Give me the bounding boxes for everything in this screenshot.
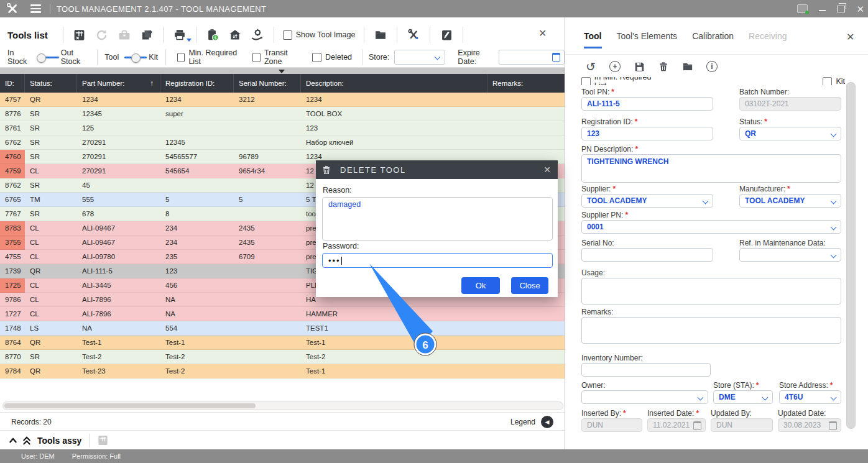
tool-kit-toggle[interactable] <box>124 53 143 62</box>
column-header[interactable]: Remarks: <box>487 74 565 93</box>
table-cell: 6762 <box>0 135 25 150</box>
deleted-checkbox[interactable]: Deleted <box>312 53 352 62</box>
toolbox-icon[interactable] <box>115 26 134 44</box>
column-header[interactable]: Description: <box>301 74 487 93</box>
close-window-icon[interactable]: ✕ <box>856 4 864 14</box>
service-tools-icon[interactable] <box>404 26 423 44</box>
export-table-icon[interactable] <box>70 26 89 44</box>
stock-toggle[interactable] <box>37 53 55 62</box>
password-label: Password: <box>323 242 359 250</box>
serial-no-input[interactable] <box>581 248 713 262</box>
collapse-all-up-icon[interactable] <box>21 435 32 446</box>
show-tool-image-checkbox[interactable]: Show Tool Image <box>283 30 356 40</box>
assy-table-icon[interactable] <box>97 434 109 446</box>
tab-calibration[interactable]: Calibration <box>692 31 734 47</box>
owner-select[interactable] <box>581 390 708 404</box>
print-dropdown-caret-icon[interactable] <box>187 39 192 42</box>
column-header[interactable]: ID: <box>0 74 25 93</box>
panel-scrollbar[interactable] <box>846 82 856 429</box>
table-row[interactable]: 8764QRTest-1Test-1Test-1 <box>0 336 565 350</box>
min-required-checkbox[interactable]: Min. Required List <box>177 48 241 66</box>
restore-icon[interactable] <box>837 6 845 12</box>
updated-date-input: 30.08.2023 <box>778 418 841 432</box>
table-row[interactable]: 1748LSNA554TEST1 <box>0 321 565 336</box>
supplier-select[interactable]: TOOL ACADEMY <box>581 194 713 208</box>
edit-icon[interactable] <box>437 26 456 44</box>
copy-move-icon[interactable] <box>137 26 156 44</box>
ref-maintenance-select[interactable] <box>739 248 841 262</box>
manufacturer-select[interactable]: TOOL ACADEMY <box>739 194 841 208</box>
refresh-icon[interactable] <box>93 26 111 44</box>
add-icon[interactable]: + <box>608 60 622 73</box>
transit-zone-checkbox[interactable]: Transit Zone <box>252 48 300 66</box>
ok-button[interactable]: Ok <box>461 277 500 294</box>
store-address-select[interactable]: 4T6U <box>779 390 841 404</box>
table-row[interactable]: 8770SRTest-2Test-2Test-2 <box>0 350 565 364</box>
inventory-number-input[interactable] <box>581 363 711 377</box>
undo-icon[interactable]: ↺ <box>584 60 598 73</box>
table-cell <box>234 207 301 221</box>
tab-receiving[interactable]: Receiving <box>749 31 787 47</box>
password-input[interactable]: ••• <box>322 253 553 268</box>
table-cell: NA <box>77 321 160 336</box>
table-cell <box>234 121 301 135</box>
app-window-badge-icon[interactable] <box>797 4 808 13</box>
in-min-required-checkbox[interactable]: In Min. Required List <box>581 77 664 85</box>
tool-pn-input[interactable]: ALI-111-5 <box>581 97 713 111</box>
info-icon[interactable]: i <box>705 60 719 73</box>
table-row[interactable]: 8776SR12345superTOOL BOX <box>0 107 565 121</box>
table-cell: QR <box>25 336 77 350</box>
remarks-textarea[interactable] <box>581 317 841 344</box>
collapse-up-icon[interactable] <box>7 435 19 446</box>
kit-checkbox[interactable]: Kit <box>823 77 845 85</box>
table-cell <box>234 135 301 150</box>
dialog-close-icon[interactable]: ✕ <box>543 165 551 175</box>
table-row[interactable]: 4757QR1234123432121234 <box>0 93 565 107</box>
delete-icon[interactable] <box>657 60 670 73</box>
table-cell <box>487 336 565 350</box>
horizontal-scrollbar[interactable] <box>2 401 563 410</box>
scrollbar-thumb[interactable] <box>4 403 256 408</box>
table-row[interactable]: 1727CLALI-7896NAHAMMER <box>0 307 565 321</box>
close-button[interactable]: Close <box>511 277 548 294</box>
tab-tools-elements[interactable]: Tool's Elements <box>617 31 678 47</box>
column-header[interactable]: Serial Number: <box>234 74 301 93</box>
usage-textarea[interactable] <box>581 278 841 305</box>
print-icon[interactable] <box>170 26 189 44</box>
column-header[interactable]: Registration ID: <box>160 74 234 93</box>
table-row[interactable]: 8761SR125123 <box>0 121 565 135</box>
inserted-date-input: 11.02.2021 <box>647 418 706 432</box>
legend-toggle-icon[interactable]: ◀ <box>541 416 553 428</box>
reason-textarea[interactable]: damaged <box>322 197 553 241</box>
store-select[interactable] <box>394 50 445 65</box>
table-cell: ALI-09467 <box>77 221 160 236</box>
status-select[interactable]: QR <box>739 127 841 140</box>
hand-gear-icon[interactable] <box>248 26 267 44</box>
minimize-icon[interactable] <box>819 10 826 11</box>
records-count: Records: 20 <box>11 418 52 426</box>
save-icon[interactable] <box>632 60 646 73</box>
close-panel-icon[interactable]: ✕ <box>846 31 854 43</box>
store-sta-select[interactable]: DME <box>713 390 773 404</box>
close-tools-list-icon[interactable]: ✕ <box>538 27 547 39</box>
column-header[interactable]: Part Number:↑ <box>77 74 160 93</box>
tab-tool[interactable]: Tool <box>584 31 602 48</box>
table-cell: 1234 <box>77 93 160 107</box>
collapse-caret-icon <box>279 70 285 73</box>
pn-description-textarea[interactable]: TIGHTENING WRENCH <box>581 154 841 183</box>
folder-icon[interactable] <box>371 26 390 44</box>
expire-date-input[interactable] <box>499 50 565 65</box>
table-cell: 3755 <box>0 236 25 250</box>
menu-icon[interactable] <box>30 4 41 13</box>
table-cell: 270291 <box>77 135 160 150</box>
table-row[interactable]: 6762SR27029112345Набор ключей <box>0 135 565 150</box>
table-row[interactable]: 9784QRTest-23Test-2Test-1 <box>0 364 565 378</box>
column-header[interactable]: Status: <box>25 74 77 93</box>
store-transfer-icon[interactable] <box>226 26 244 44</box>
table-cell <box>234 364 301 378</box>
registration-id-input[interactable]: 123 <box>581 127 713 140</box>
tools-list-title: Tools list <box>7 30 48 40</box>
documents-icon[interactable] <box>681 60 695 73</box>
clipboard-cost-icon[interactable]: $ <box>203 26 222 44</box>
supplier-pn-select[interactable]: 0001 <box>581 220 841 234</box>
